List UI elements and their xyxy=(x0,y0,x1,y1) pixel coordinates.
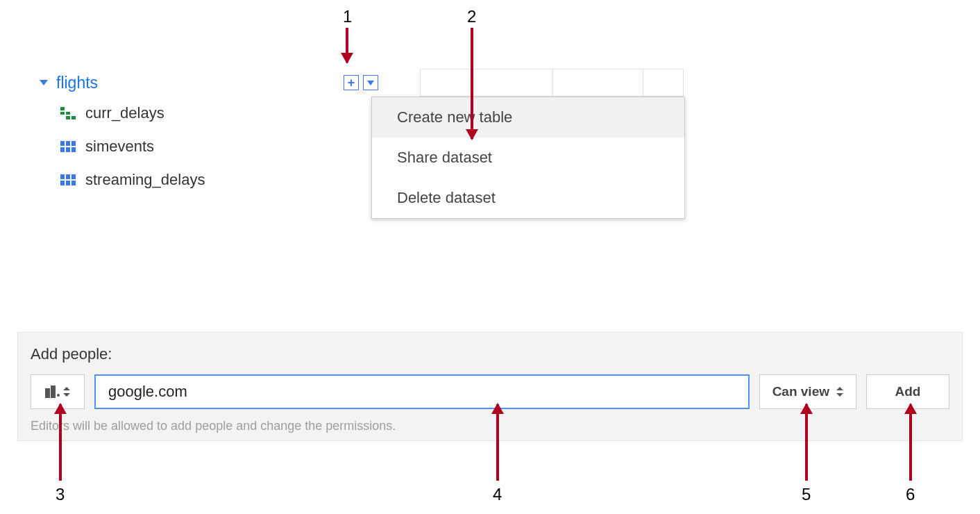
table-name: streaming_delays xyxy=(85,171,205,189)
plus-icon: + xyxy=(348,76,355,89)
table-icon xyxy=(60,174,76,185)
permission-label: Can view xyxy=(772,384,829,399)
dataset-navigator: flights + curr_delays simevents xyxy=(17,69,378,197)
view-icon xyxy=(60,107,76,119)
callout-number-2: 2 xyxy=(467,7,476,26)
share-title: Add people: xyxy=(31,345,949,363)
callout-arrow-icon xyxy=(471,28,473,139)
table-row[interactable]: simevents xyxy=(17,130,378,163)
callout-arrow-icon xyxy=(805,404,808,481)
table-row[interactable]: streaming_delays xyxy=(17,163,378,197)
menu-item-create-table[interactable]: Create new table xyxy=(372,97,684,138)
callout-number-4: 4 xyxy=(493,485,502,504)
callout-number-3: 3 xyxy=(56,485,65,504)
callout-arrow-icon xyxy=(909,404,912,481)
callout-number-6: 6 xyxy=(906,485,915,504)
updown-caret-icon xyxy=(836,387,843,397)
permissions-helper-text: Editors will be allowed to add people an… xyxy=(31,419,949,433)
dataset-row[interactable]: flights + xyxy=(17,69,378,97)
background-grid xyxy=(420,69,684,97)
disclosure-triangle-icon[interactable] xyxy=(40,80,48,85)
callout-arrow-icon xyxy=(496,404,499,481)
dataset-menu-button[interactable] xyxy=(363,75,378,90)
menu-item-delete-dataset[interactable]: Delete dataset xyxy=(372,178,684,218)
table-name: curr_delays xyxy=(85,104,164,122)
domain-icon xyxy=(45,386,59,398)
table-icon xyxy=(60,141,76,152)
callout-number-5: 5 xyxy=(802,485,811,504)
share-panel: Add people: Can view Add Editors will be… xyxy=(17,332,963,441)
menu-item-share-dataset[interactable]: Share dataset xyxy=(372,138,684,178)
table-row[interactable]: curr_delays xyxy=(17,97,378,130)
dataset-name: flights xyxy=(56,74,339,92)
callout-arrow-icon xyxy=(346,28,348,63)
chevron-down-icon xyxy=(367,81,374,85)
callout-number-1: 1 xyxy=(343,7,352,26)
callout-arrow-icon xyxy=(59,404,62,481)
add-people-input[interactable] xyxy=(94,374,750,409)
dataset-context-menu: Create new table Share dataset Delete da… xyxy=(371,97,685,219)
updown-caret-icon xyxy=(63,387,70,397)
table-name: simevents xyxy=(85,138,154,156)
add-table-button[interactable]: + xyxy=(344,75,359,90)
